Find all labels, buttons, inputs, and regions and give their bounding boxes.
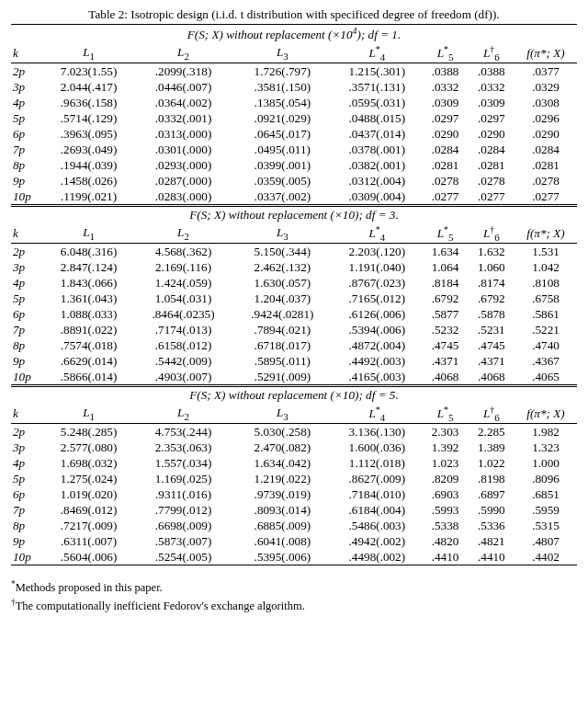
sec2: F(S; X) without replacement (×10); df = … xyxy=(189,208,399,222)
value-cell: .6851 xyxy=(514,486,577,502)
header-row-1: k L1 L2 L3 L*4 L*5 L†6 f(π*; X) xyxy=(11,43,577,63)
value-cell: .4492(.003) xyxy=(332,353,422,369)
value-cell: 1.634(.042) xyxy=(232,455,332,471)
results-table: F(S; X) without replacement (×104); df =… xyxy=(11,24,577,565)
k-cell: 7p xyxy=(11,142,44,157)
table-row: 2p6.048(.316)4.568(.362)5.150(.344)2.203… xyxy=(11,244,577,260)
hdr-f: f(π*; X) xyxy=(526,46,564,60)
value-cell: .0293(.000) xyxy=(134,157,233,173)
value-cell: .6758 xyxy=(514,291,577,306)
k-cell: 2p xyxy=(11,63,44,80)
value-cell: .0488(.015) xyxy=(332,110,422,126)
k-cell: 5p xyxy=(11,471,44,486)
value-cell: .5604(.006) xyxy=(44,549,134,565)
value-cell: .5231 xyxy=(469,322,514,337)
value-cell: .5254(.005) xyxy=(134,549,233,565)
table-row: 7p.8469(.012).7799(.012).8093(.014).6184… xyxy=(11,502,577,518)
value-cell: 1.054(.031) xyxy=(134,291,233,306)
value-cell: 2.462(.132) xyxy=(232,259,332,275)
hdr-L4: L xyxy=(368,46,375,60)
value-cell: .9636(.158) xyxy=(44,95,134,110)
table-row: 5p.5714(.129).0332(.001).0921(.029).0488… xyxy=(11,110,577,126)
value-cell: 1.204(.037) xyxy=(232,291,332,306)
value-cell: .5993 xyxy=(422,502,468,518)
value-cell: .4807 xyxy=(514,533,577,549)
k-cell: 2p xyxy=(11,244,44,260)
value-cell: 1.557(.034) xyxy=(134,455,233,471)
k-cell: 7p xyxy=(11,502,44,518)
value-cell: 2.577(.080) xyxy=(44,440,134,455)
value-cell: .5877 xyxy=(422,306,468,322)
value-cell: 5.248(.285) xyxy=(44,424,134,440)
value-cell: .3581(.150) xyxy=(232,79,332,95)
table-row: 6p.3963(.095).0313(.000).0645(.017).0437… xyxy=(11,126,577,142)
value-cell: .4740 xyxy=(514,337,577,353)
value-cell: .5866(.014) xyxy=(44,369,134,386)
value-cell: .0283(.000) xyxy=(134,188,233,206)
table-row: 8p.1944(.039).0293(.000).0399(.001).0382… xyxy=(11,157,577,173)
section-title-2: F(S; X) without replacement (×10); df = … xyxy=(11,206,577,224)
footnote-star: *Methods proposed in this paper. xyxy=(11,578,577,596)
value-cell: .5959 xyxy=(514,502,577,518)
value-cell: 1.424(.059) xyxy=(134,275,233,291)
value-cell: 1.392 xyxy=(422,440,468,455)
value-cell: .7799(.012) xyxy=(134,502,233,518)
value-cell: .4410 xyxy=(469,549,514,565)
value-cell: .6698(.009) xyxy=(134,518,233,533)
value-cell: 5.150(.344) xyxy=(232,244,332,260)
k-cell: 9p xyxy=(11,353,44,369)
k-cell: 8p xyxy=(11,157,44,173)
value-cell: .6792 xyxy=(469,291,514,306)
value-cell: .0290 xyxy=(514,126,577,142)
value-cell: .8093(.014) xyxy=(232,502,332,518)
value-cell: .0284 xyxy=(469,142,514,157)
value-cell: .4872(.004) xyxy=(332,337,422,353)
value-cell: 2.203(.120) xyxy=(332,244,422,260)
value-cell: .0297 xyxy=(422,110,468,126)
table-row: 5p1.275(.024)1.169(.025)1.219(.022).8627… xyxy=(11,471,577,486)
table-row: 5p1.361(.043)1.054(.031)1.204(.037).7165… xyxy=(11,291,577,306)
value-cell: .7217(.009) xyxy=(44,518,134,533)
hdr-k: k xyxy=(13,46,18,60)
table-row: 9p.6629(.014).5442(.009).5895(.011).4492… xyxy=(11,353,577,369)
value-cell: .3571(.131) xyxy=(332,79,422,95)
section-3-body: 2p5.248(.285)4.753(.244)5.030(.258)3.136… xyxy=(11,424,577,565)
value-cell: .4371 xyxy=(469,353,514,369)
sec1-c: ); df = 1. xyxy=(357,28,401,41)
value-cell: .0278 xyxy=(514,173,577,188)
value-cell: .6718(.017) xyxy=(232,337,332,353)
value-cell: .5232 xyxy=(422,322,468,337)
value-cell: .0278 xyxy=(469,173,514,188)
value-cell: .0388 xyxy=(422,63,468,80)
value-cell: 1.112(.018) xyxy=(332,455,422,471)
value-cell: .8891(.022) xyxy=(44,322,134,337)
table-row: 10p.1199(.021).0283(.000).0337(.002).030… xyxy=(11,188,577,206)
value-cell: .4371 xyxy=(422,353,468,369)
value-cell: .5442(.009) xyxy=(134,353,233,369)
value-cell: .3963(.095) xyxy=(44,126,134,142)
header-row-3: k L1 L2 L3 L*4 L*5 L†6 f(π*; X) xyxy=(11,404,577,424)
value-cell: .0359(.005) xyxy=(232,173,332,188)
value-cell: .0309 xyxy=(469,95,514,110)
value-cell: 1.634 xyxy=(422,244,468,260)
table-row: 2p7.023(1.55).2099(.318)1.726(.797)1.215… xyxy=(11,63,577,80)
value-cell: 7.023(1.55) xyxy=(44,63,134,80)
value-cell: .8464(.0235) xyxy=(134,306,233,322)
value-cell: 2.044(.417) xyxy=(44,79,134,95)
k-cell: 10p xyxy=(11,188,44,206)
value-cell: .5486(.003) xyxy=(332,518,422,533)
value-cell: .0278 xyxy=(422,173,468,188)
value-cell: 1.531 xyxy=(514,244,577,260)
table-row: 3p2.044(.417).0446(.007).3581(.150).3571… xyxy=(11,79,577,95)
table-row: 6p1.019(.020).9311(.016).9739(.019).7184… xyxy=(11,486,577,502)
value-cell: .4942(.002) xyxy=(332,533,422,549)
k-cell: 9p xyxy=(11,173,44,188)
value-cell: .0645(.017) xyxy=(232,126,332,142)
value-cell: .0313(.000) xyxy=(134,126,233,142)
value-cell: 1.215(.301) xyxy=(332,63,422,80)
value-cell: .5291(.009) xyxy=(232,369,332,386)
value-cell: .7894(.021) xyxy=(232,322,332,337)
value-cell: .0277 xyxy=(422,188,468,206)
value-cell: .5895(.011) xyxy=(232,353,332,369)
value-cell: .6897 xyxy=(469,486,514,502)
